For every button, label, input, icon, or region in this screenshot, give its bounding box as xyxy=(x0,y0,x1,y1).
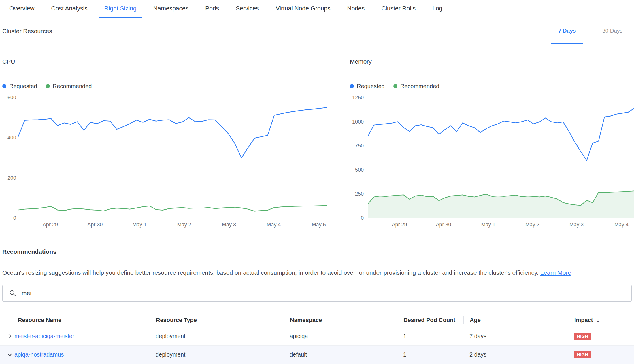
svg-text:Apr 29: Apr 29 xyxy=(43,222,58,227)
column-header-age: Age xyxy=(463,316,568,324)
column-header-impact[interactable]: Impact↓ xyxy=(568,316,634,324)
recommendations-description: Ocean's resizing suggestions will help y… xyxy=(2,269,539,276)
tab-nodes[interactable]: Nodes xyxy=(341,0,371,18)
legend-requested: Requested xyxy=(350,83,385,90)
cpu-chart-section: CPURequestedRecommended0200400600Apr 29A… xyxy=(2,56,335,229)
resource-type-cell: deployment xyxy=(150,351,284,358)
column-header-resource-name: Resource Name xyxy=(0,316,150,324)
search-input[interactable] xyxy=(21,289,631,297)
svg-text:250: 250 xyxy=(355,191,364,197)
svg-text:May 4: May 4 xyxy=(614,222,629,227)
right-sizing-page: OverviewCost AnalysisRight SizingNamespa… xyxy=(0,0,634,364)
resource-type-cell: deployment xyxy=(150,333,284,340)
svg-text:Apr 30: Apr 30 xyxy=(436,222,451,227)
svg-text:May 1: May 1 xyxy=(132,222,146,227)
svg-text:200: 200 xyxy=(7,175,16,181)
svg-text:May 2: May 2 xyxy=(177,222,191,227)
resource-name-cell: apiqa-nostradamus xyxy=(0,351,150,358)
svg-text:Apr 30: Apr 30 xyxy=(87,222,103,227)
table-row: meister-apiciqa-meisterdeploymentapiciqa… xyxy=(0,327,634,346)
svg-text:May 4: May 4 xyxy=(267,222,281,227)
impact-badge: HIGH xyxy=(574,351,591,358)
svg-text:Apr 29: Apr 29 xyxy=(392,222,407,227)
chart-title-cpu: CPU xyxy=(2,56,335,69)
cluster-resources-title: Cluster Resources xyxy=(2,28,52,35)
section-divider xyxy=(0,44,634,44)
memory-chart-legend: RequestedRecommended xyxy=(350,83,634,90)
table-header-row: Resource NameResource TypeNamespaceDesir… xyxy=(0,313,634,327)
namespace-cell: default xyxy=(284,351,397,358)
column-header-resource-type: Resource Type xyxy=(150,316,284,324)
tab-bar: OverviewCost AnalysisRight SizingNamespa… xyxy=(0,0,634,18)
cpu-chart: 0200400600Apr 29Apr 30May 1May 2May 3May… xyxy=(2,93,335,229)
impact-badge: HIGH xyxy=(574,333,591,340)
range-7-days[interactable]: 7 Days xyxy=(551,18,583,44)
namespace-cell: apiciqa xyxy=(284,333,397,340)
svg-text:1250: 1250 xyxy=(352,95,364,101)
legend-dot-icon xyxy=(2,84,6,88)
svg-text:500: 500 xyxy=(355,167,364,173)
search-icon xyxy=(9,289,16,297)
resource-name-cell: meister-apiciqa-meister xyxy=(0,333,150,340)
recommendations-title: Recommendations xyxy=(2,248,56,255)
desired-pod-count-cell: 1 xyxy=(397,333,463,340)
memory-chart-section: MemoryRequestedRecommended02505007501000… xyxy=(350,56,634,229)
chart-title-memory: Memory xyxy=(350,56,634,69)
resource-name-link[interactable]: meister-apiciqa-meister xyxy=(14,333,74,340)
svg-text:400: 400 xyxy=(7,135,16,141)
column-header-desired-pod-count: Desired Pod Count xyxy=(397,316,463,324)
svg-text:May 3: May 3 xyxy=(569,222,584,227)
tab-right-sizing[interactable]: Right Sizing xyxy=(99,0,142,18)
impact-cell: HIGH xyxy=(568,351,634,358)
legend-dot-icon xyxy=(46,84,50,88)
legend-recommended: Recommended xyxy=(393,83,439,90)
age-cell: 7 days xyxy=(463,333,568,340)
desired-pod-count-cell: 1 xyxy=(397,351,463,358)
svg-text:600: 600 xyxy=(7,95,16,101)
column-header-namespace: Namespace xyxy=(284,316,397,324)
tab-virtual-node-groups[interactable]: Virtual Node Groups xyxy=(270,0,336,18)
collapse-chevron-icon[interactable] xyxy=(7,352,14,358)
tab-overview[interactable]: Overview xyxy=(3,0,40,18)
cpu-chart-legend: RequestedRecommended xyxy=(2,83,335,90)
tab-services[interactable]: Services xyxy=(230,0,265,18)
time-range-toggle: 7 Days30 Days xyxy=(551,18,629,44)
recommendations-description-row: Ocean's resizing suggestions will help y… xyxy=(2,268,632,277)
legend-requested: Requested xyxy=(2,83,37,90)
tab-pods[interactable]: Pods xyxy=(199,0,225,18)
svg-text:May 3: May 3 xyxy=(222,222,236,227)
cluster-resources-header: Cluster Resources 7 Days30 Days xyxy=(2,18,634,44)
tab-cost-analysis[interactable]: Cost Analysis xyxy=(46,0,93,18)
tab-log[interactable]: Log xyxy=(427,0,448,18)
svg-text:May 5: May 5 xyxy=(312,222,326,227)
table-row: apiqa-nostradamusdeploymentdefault12 day… xyxy=(0,346,634,364)
age-cell: 2 days xyxy=(463,351,568,358)
learn-more-link[interactable]: Learn More xyxy=(540,269,571,276)
tab-namespaces[interactable]: Namespaces xyxy=(148,0,195,18)
svg-text:May 1: May 1 xyxy=(481,222,495,227)
tab-cluster-rolls[interactable]: Cluster Rolls xyxy=(376,0,421,18)
search-box[interactable] xyxy=(2,285,632,302)
sort-desc-icon: ↓ xyxy=(596,316,599,323)
expand-chevron-icon[interactable] xyxy=(7,333,14,339)
memory-chart: 025050075010001250Apr 29Apr 30May 1May 2… xyxy=(350,93,634,229)
svg-text:0: 0 xyxy=(361,215,364,221)
legend-dot-icon xyxy=(350,84,354,88)
legend-recommended: Recommended xyxy=(46,83,92,90)
svg-text:0: 0 xyxy=(13,215,16,221)
table-body: meister-apiciqa-meisterdeploymentapiciqa… xyxy=(0,327,634,364)
svg-text:May 2: May 2 xyxy=(525,222,539,227)
range-30-days[interactable]: 30 Days xyxy=(595,18,629,44)
legend-dot-icon xyxy=(393,84,397,88)
resource-name-link[interactable]: apiqa-nostradamus xyxy=(14,351,64,358)
impact-cell: HIGH xyxy=(568,333,634,340)
svg-text:750: 750 xyxy=(355,143,364,149)
svg-text:1000: 1000 xyxy=(352,119,364,125)
